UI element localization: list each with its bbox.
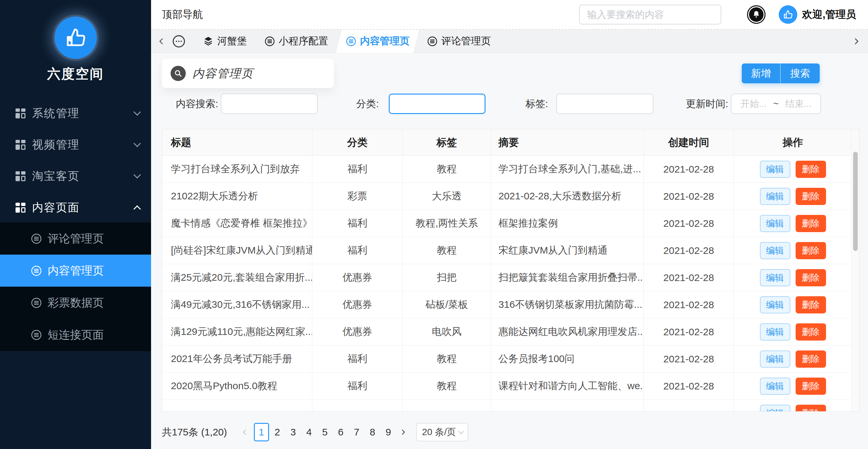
delete-button[interactable]: 删除 (796, 296, 826, 313)
cell-created: 2021-02-28 (644, 210, 734, 237)
cell-title: 满25元减20元,套装组合家用折... (162, 264, 312, 291)
sidebar-submenu-item[interactable]: 短连接页面 (0, 319, 151, 351)
cell-actions: 编辑 删除 (734, 291, 852, 318)
delete-button[interactable]: 删除 (796, 242, 826, 259)
avatar[interactable] (779, 5, 797, 24)
chevron-icon (133, 108, 141, 116)
chevron-icon (133, 140, 141, 147)
pagination-page[interactable]: 9 (381, 423, 396, 441)
tabs-menu-button[interactable] (172, 34, 186, 49)
table-row: 21022期大乐透分析 彩票 大乐透 2021-02-28,大乐透数据分析 20… (162, 183, 852, 210)
pagination-page[interactable]: 1 (254, 423, 269, 441)
cell-actions: 编辑 删除 (734, 237, 852, 264)
content-search-input[interactable] (221, 94, 318, 114)
notification-button[interactable] (747, 5, 766, 24)
sidebar-menu-item[interactable]: 淘宝客页 (0, 160, 151, 192)
grid-menu-icon (16, 203, 26, 213)
sidebar-submenu-label: 彩票数据页 (48, 295, 104, 310)
magnifier-icon (170, 66, 186, 81)
edit-button[interactable]: 编辑 (760, 351, 790, 368)
pagination-page[interactable]: 7 (349, 423, 364, 441)
pagination-total: 共175条 (1,20) (162, 425, 227, 439)
edit-button[interactable]: 编辑 (760, 323, 790, 340)
table-scrollbar[interactable] (851, 129, 859, 411)
table-row: 满129元减110元,惠能达网红家... 优惠券 电吹风 惠能达网红电吹风机家用… (162, 319, 852, 346)
cell-title: 21022期大乐透分析 (162, 183, 312, 210)
col-header-category: 分类 (312, 129, 403, 155)
cell-summary: 框架推拉案例 (491, 210, 644, 237)
edit-button[interactable]: 编辑 (760, 269, 790, 286)
delete-button[interactable]: 删除 (796, 405, 826, 412)
col-header-title: 标题 (162, 129, 312, 155)
page-size-select[interactable]: 20 条/页 (416, 423, 468, 441)
cell-actions: 编辑 删除 (734, 210, 852, 237)
pagination-page[interactable]: 8 (365, 423, 380, 441)
global-search-input[interactable] (579, 5, 721, 25)
pagination-page[interactable]: 5 (317, 423, 333, 441)
tag-input[interactable] (556, 94, 653, 114)
delete-button[interactable]: 删除 (796, 378, 826, 395)
list-circle-icon (30, 265, 42, 277)
delete-button[interactable]: 删除 (796, 269, 826, 286)
edit-button[interactable]: 编辑 (760, 161, 790, 178)
category-input[interactable] (389, 94, 486, 114)
nav-tab[interactable]: 小程序配置 (255, 30, 337, 53)
pagination-page[interactable]: 4 (302, 423, 317, 441)
sidebar-submenu-label: 内容管理页 (48, 263, 104, 278)
sidebar-menu-item[interactable]: 系统管理 (0, 97, 151, 129)
edit-button[interactable]: 编辑 (760, 215, 790, 232)
add-button[interactable]: 新增 (742, 63, 781, 83)
table-row: [尚硅谷]宋红康JVM从入门到精通 福利 教程 宋红康JVM从入门到精通 202… (162, 237, 852, 264)
cell-tag: 砧板/菜板 (403, 291, 491, 318)
sidebar-menu-label: 系统管理 (32, 106, 80, 121)
logo[interactable] (0, 17, 151, 59)
cell-created: 2021-02-28 (644, 264, 734, 291)
col-header-actions: 操作 (734, 129, 852, 155)
cell-tag: 教程 (403, 237, 491, 264)
cell-title: 魔卡情感《恋爱脊椎 框架推拉》 (162, 210, 312, 237)
action-buttons: 新增 搜索 (742, 63, 820, 83)
edit-button[interactable]: 编辑 (760, 296, 790, 313)
edit-button[interactable]: 编辑 (760, 405, 790, 412)
sidebar-submenu-item[interactable]: 内容管理页 (0, 255, 151, 287)
list-circle-icon (427, 36, 438, 47)
tag-label: 标签: (498, 94, 548, 114)
delete-button[interactable]: 删除 (796, 188, 826, 205)
col-header-tag: 标签 (403, 129, 491, 155)
cell-category: 福利 (312, 156, 403, 182)
scrollbar-thumb[interactable] (853, 152, 858, 251)
nav-tab[interactable]: 河蟹堡 (194, 30, 255, 53)
tabs-scroll-right-button[interactable] (851, 30, 862, 53)
nav-tab[interactable]: 评论管理页 (418, 30, 499, 53)
delete-button[interactable]: 删除 (796, 215, 826, 232)
welcome-text: 欢迎,管理员 (802, 8, 856, 22)
search-button[interactable]: 搜索 (781, 63, 820, 83)
sidebar-submenu-item[interactable]: 评论管理页 (0, 222, 151, 255)
pagination: 共175条 (1,20) 123456789 20 条/页 (162, 423, 468, 442)
delete-button[interactable]: 删除 (796, 161, 826, 178)
sidebar-submenu: 评论管理页 内容管理页 彩票数据页 短连接页面 (0, 222, 151, 351)
sidebar-submenu-label: 短连接页面 (48, 327, 104, 342)
pagination-page[interactable]: 3 (286, 423, 301, 441)
delete-button[interactable]: 删除 (796, 323, 826, 340)
edit-button[interactable]: 编辑 (760, 242, 790, 259)
chevron-down-icon (458, 428, 464, 434)
pagination-next-button[interactable] (398, 428, 408, 436)
delete-button[interactable]: 删除 (796, 351, 826, 368)
sidebar-submenu-item[interactable]: 彩票数据页 (0, 287, 151, 319)
cell-category: 福利 (312, 237, 403, 264)
date-range-input[interactable]: 开始... ~ 结束... (731, 94, 821, 114)
tabs-scroll-left-button[interactable] (156, 30, 167, 53)
nav-tab[interactable]: 内容管理页 (337, 30, 418, 53)
update-time-label: 更新时间: (672, 94, 728, 114)
edit-button[interactable]: 编辑 (760, 188, 790, 205)
pagination-page[interactable]: 2 (270, 423, 285, 441)
sidebar-menu-item[interactable]: 视频管理 (0, 129, 151, 160)
pagination-prev-button[interactable] (240, 428, 250, 436)
edit-button[interactable]: 编辑 (760, 378, 790, 395)
layers-icon (203, 36, 214, 47)
sidebar-menu-item[interactable]: 内容页面 (0, 192, 151, 223)
pagination-page[interactable]: 6 (333, 423, 348, 441)
cell-title: 2020黑马Python5.0教程 (162, 372, 312, 399)
grid-menu-icon (16, 140, 26, 150)
